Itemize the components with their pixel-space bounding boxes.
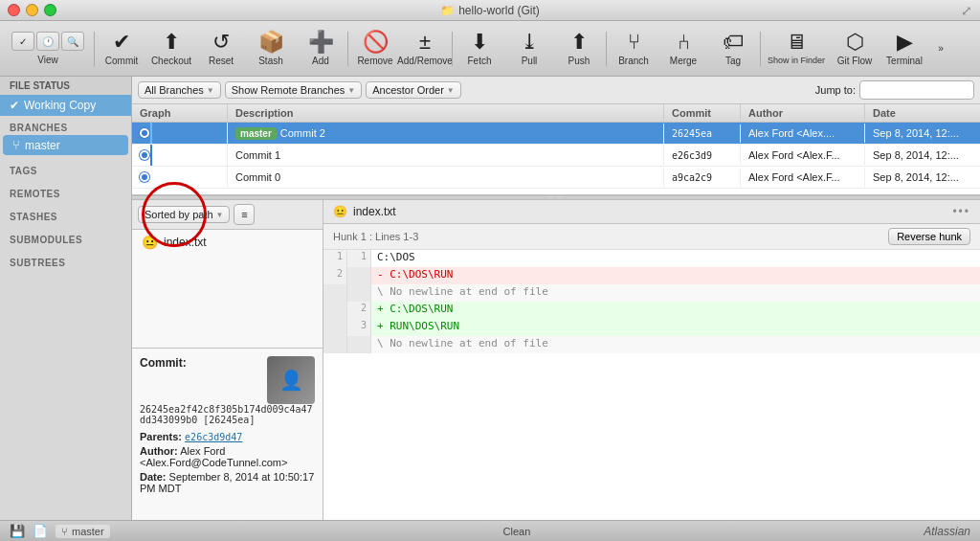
desc-cell-1: Commit 1 bbox=[228, 146, 664, 165]
main-layout: FILE STATUS ✔ Working Copy BRANCHES ⑂ ma… bbox=[0, 77, 980, 520]
search-button[interactable]: 🔍 bbox=[61, 32, 84, 51]
checkout-button[interactable]: ⬆ Checkout bbox=[146, 24, 196, 74]
git-flow-button[interactable]: ⬡ Git Flow bbox=[830, 24, 880, 74]
branch-small-icon: ⑂ bbox=[12, 138, 20, 152]
all-branches-select[interactable]: All Branches ▼ bbox=[138, 81, 221, 99]
minimize-button[interactable] bbox=[26, 4, 38, 16]
show-remote-select[interactable]: Show Remote Branches ▼ bbox=[225, 81, 363, 99]
graph-cell-2 bbox=[132, 167, 228, 188]
desc-cell-0: master Commit 2 bbox=[228, 124, 664, 144]
add-remove-button[interactable]: ± Add/Remove bbox=[400, 24, 450, 74]
line-content: + RUN\DOS\RUN bbox=[371, 319, 980, 336]
terminal-button[interactable]: ▶ Terminal bbox=[880, 24, 929, 74]
jump-to-input[interactable] bbox=[859, 80, 974, 100]
line-num-old bbox=[323, 319, 347, 336]
line-num-new bbox=[347, 336, 371, 353]
file-icon: 😐 bbox=[142, 235, 158, 250]
table-row[interactable]: Commit 1 e26c3d9 Alex Ford <Alex.F... Se… bbox=[132, 145, 980, 167]
resize-icon[interactable]: ⤢ bbox=[961, 3, 972, 18]
list-view-button[interactable]: ≡ bbox=[234, 204, 255, 225]
sidebar-item-master[interactable]: ⑂ master bbox=[3, 135, 128, 155]
status-branch[interactable]: ⑂ master bbox=[56, 525, 110, 538]
diff-line: 2 + C:\DOS\RUN bbox=[323, 302, 980, 319]
branches-section: BRANCHES ⑂ master bbox=[0, 116, 131, 159]
line-content: + C:\DOS\RUN bbox=[371, 302, 980, 319]
diff-file-icon: 😐 bbox=[333, 205, 347, 218]
line-num-new: 1 bbox=[347, 250, 371, 267]
line-content: \ No newline at end of file bbox=[371, 284, 980, 302]
close-button[interactable] bbox=[8, 4, 20, 16]
date-cell-0: Sep 8, 2014, 12:... bbox=[865, 124, 980, 143]
graph-header: Graph bbox=[132, 104, 228, 122]
fetch-button[interactable]: ⬇ Fetch bbox=[455, 24, 504, 74]
git-flow-icon: ⬡ bbox=[846, 32, 864, 53]
sep4 bbox=[606, 32, 607, 66]
commit-list-header: Graph Description Commit Author Date bbox=[132, 104, 980, 123]
date-cell-1: Sep 8, 2014, 12:... bbox=[865, 146, 980, 165]
more-button[interactable]: » bbox=[929, 24, 952, 74]
reverse-hunk-button[interactable]: Reverse hunk bbox=[888, 228, 970, 245]
pull-button[interactable]: ⤓ Pull bbox=[504, 24, 554, 74]
clock-button[interactable]: 🕐 bbox=[36, 32, 59, 51]
reset-icon: ↺ bbox=[212, 32, 230, 53]
diff-header: 😐 index.txt ••• bbox=[323, 200, 980, 224]
clean-status: Clean bbox=[503, 526, 531, 537]
chevron-down-icon: ▼ bbox=[216, 211, 224, 219]
sep1 bbox=[94, 32, 95, 66]
branch-button[interactable]: ⑂ Branch bbox=[609, 24, 658, 74]
line-num-new: 3 bbox=[347, 319, 371, 336]
file-list: 😐 index.txt bbox=[132, 230, 323, 348]
checkmark-button[interactable]: ✓ bbox=[11, 32, 34, 51]
line-content: C:\DOS bbox=[371, 250, 980, 267]
jump-to-group: Jump to: bbox=[815, 80, 974, 100]
desc-cell-2: Commit 0 bbox=[228, 168, 664, 187]
line-num-old: 1 bbox=[323, 250, 347, 267]
sort-select[interactable]: Sorted by path ▼ bbox=[138, 206, 230, 223]
branch-badge-master: master bbox=[235, 127, 277, 140]
line-content: - C:\DOS\RUN bbox=[371, 267, 980, 284]
tag-button[interactable]: 🏷 Tag bbox=[708, 24, 758, 74]
diff-more-button[interactable]: ••• bbox=[952, 205, 970, 218]
add-button[interactable]: ➕ Add bbox=[296, 24, 345, 74]
commit-date: Date: September 8, 2014 at 10:50:17 PM M… bbox=[140, 471, 315, 494]
line-num-new: 2 bbox=[347, 302, 371, 319]
commit-header: Commit bbox=[664, 104, 741, 122]
commit-cell-0: 26245ea bbox=[664, 124, 741, 143]
branches-header: BRANCHES bbox=[0, 120, 131, 135]
file-panel-toolbar: Sorted by path ▼ ≡ bbox=[132, 200, 323, 230]
ancestor-order-select[interactable]: Ancestor Order ▼ bbox=[366, 81, 461, 99]
working-copy-item[interactable]: ✔ Working Copy bbox=[0, 95, 131, 116]
bottom-split: Sorted by path ▼ ≡ 😐 index.txt 👤 Commi bbox=[132, 200, 980, 520]
parent-hash-link[interactable]: e26c3d9d47 bbox=[185, 432, 242, 442]
reset-button[interactable]: ↺ Reset bbox=[196, 24, 246, 74]
working-copy-icon: ✔ bbox=[10, 99, 19, 112]
tags-section: TAGS bbox=[0, 159, 131, 182]
merge-button[interactable]: ⑃ Merge bbox=[658, 24, 708, 74]
branch-icon-status: ⑂ bbox=[61, 526, 68, 537]
window-title: 📁 hello-world (Git) bbox=[440, 4, 540, 17]
tags-header: TAGS bbox=[0, 163, 131, 178]
window-controls[interactable] bbox=[8, 4, 56, 16]
diff-filename: index.txt bbox=[353, 205, 396, 218]
hdd-icon: 💾 bbox=[10, 524, 25, 538]
commit-button[interactable]: ✔ Commit bbox=[97, 24, 146, 74]
remove-button[interactable]: 🚫 Remove bbox=[350, 24, 400, 74]
stash-button[interactable]: 📦 Stash bbox=[246, 24, 296, 74]
date-header: Date bbox=[865, 104, 980, 122]
branch-name-status: master bbox=[72, 526, 104, 537]
file-panel: Sorted by path ▼ ≡ 😐 index.txt 👤 Commi bbox=[132, 200, 323, 520]
desc-header: Description bbox=[228, 104, 664, 122]
show-in-finder-button[interactable]: 🖥 Show in Finder bbox=[763, 24, 830, 74]
list-item[interactable]: 😐 index.txt bbox=[132, 230, 323, 255]
push-button[interactable]: ⬆ Push bbox=[554, 24, 604, 74]
subtrees-section: SUBTREES bbox=[0, 251, 131, 274]
graph-dot-1 bbox=[140, 150, 149, 160]
maximize-button[interactable] bbox=[44, 4, 56, 16]
submodules-section: SUBMODULES bbox=[0, 228, 131, 251]
add-remove-icon: ± bbox=[419, 32, 431, 53]
line-num-new bbox=[347, 267, 371, 284]
table-row[interactable]: master Commit 2 26245ea Alex Ford <Alex.… bbox=[132, 123, 980, 145]
table-row[interactable]: Commit 0 a9ca2c9 Alex Ford <Alex.F... Se… bbox=[132, 167, 980, 189]
sep2 bbox=[347, 32, 348, 66]
view-group: ✓ 🕐 🔍 View bbox=[11, 32, 84, 65]
